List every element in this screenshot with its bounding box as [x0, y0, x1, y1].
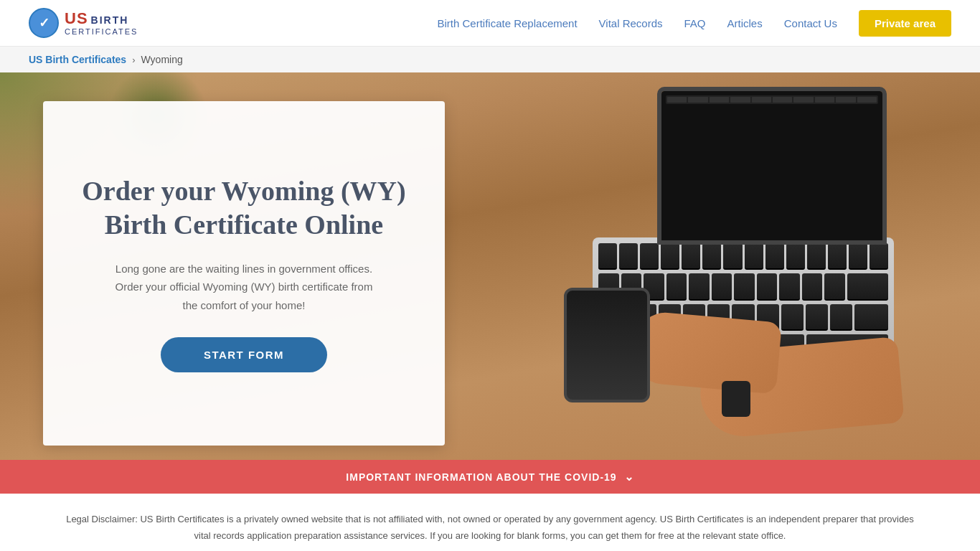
kb-key — [830, 304, 852, 331]
nav-birth-certificate[interactable]: Birth Certificate Replacement — [437, 17, 577, 29]
laptop-key — [688, 97, 707, 103]
laptop-key — [730, 97, 750, 103]
kb-key — [712, 273, 732, 300]
nav-faq[interactable]: FAQ — [684, 17, 706, 29]
kb-key — [682, 243, 700, 270]
logo-text-block: US BIRTH Certificates — [65, 10, 138, 36]
kb-key — [702, 243, 721, 270]
kb-key — [661, 243, 679, 270]
laptop-key — [815, 97, 834, 103]
hero-subtitle: Long gone are the waiting lines in gover… — [115, 260, 373, 315]
kb-key — [734, 273, 755, 300]
covid-chevron-icon: ⌄ — [624, 470, 634, 484]
hero-section: Order your Wyoming (WY) Birth Certificat… — [0, 72, 980, 460]
laptop-key — [667, 97, 687, 103]
laptop-key — [752, 97, 771, 103]
kb-key — [689, 273, 710, 300]
laptop-screen-visual — [657, 87, 887, 245]
nav-articles[interactable]: Articles — [727, 17, 763, 29]
watch-visual — [722, 381, 750, 417]
kb-key — [765, 243, 784, 270]
kb-key — [870, 243, 888, 270]
site-logo[interactable]: ✓ US BIRTH Certificates — [29, 8, 138, 38]
kb-key — [757, 273, 778, 300]
covid-banner-text: IMPORTANT INFORMATION ABOUT THE COVID-19 — [346, 471, 616, 483]
hero-title: Order your Wyoming (WY) Birth Certificat… — [79, 174, 409, 242]
kb-key — [723, 243, 742, 270]
kb-key — [666, 273, 687, 300]
logo-birth-text: BIRTH — [91, 15, 129, 26]
kb-key — [849, 243, 867, 270]
nav-vital-records[interactable]: Vital Records — [599, 17, 663, 29]
breadcrumb-home-link[interactable]: US Birth Certificates — [29, 54, 126, 65]
kb-key — [640, 243, 659, 270]
breadcrumb: US Birth Certificates › Wyoming — [0, 47, 980, 72]
laptop-key — [773, 97, 792, 103]
legal-disclaimer: Legal Disclaimer: US Birth Certificates … — [0, 494, 980, 551]
start-form-button[interactable]: START FORM — [161, 337, 327, 372]
left-hand-visual — [633, 310, 782, 394]
laptop-key — [836, 97, 855, 103]
kb-key — [786, 243, 805, 270]
kb-key — [598, 243, 617, 270]
nav-contact[interactable]: Contact Us — [784, 17, 837, 29]
hero-content-card: Order your Wyoming (WY) Birth Certificat… — [43, 101, 445, 446]
kb-key — [802, 273, 823, 300]
tablet-visual — [564, 288, 650, 402]
logo-us-text: US — [65, 10, 88, 27]
breadcrumb-separator: › — [132, 55, 135, 65]
kb-key — [847, 273, 888, 300]
breadcrumb-current-page: Wyoming — [141, 54, 183, 65]
kb-row-1 — [598, 243, 888, 270]
kb-key — [781, 304, 804, 331]
kb-key — [745, 243, 763, 270]
kb-key — [779, 273, 800, 300]
kb-key — [854, 304, 888, 331]
laptop-row — [666, 95, 878, 104]
kb-key — [619, 243, 638, 270]
laptop-key — [857, 97, 877, 103]
kb-key — [828, 243, 847, 270]
disclaimer-text: Legal Disclaimer: US Birth Certificates … — [57, 511, 923, 545]
covid-banner[interactable]: IMPORTANT INFORMATION ABOUT THE COVID-19… — [0, 460, 980, 494]
laptop-screen-inner — [661, 91, 882, 240]
logo-badge-icon: ✓ — [29, 8, 59, 38]
main-nav: Birth Certificate Replacement Vital Reco… — [437, 10, 951, 37]
kb-key — [806, 304, 828, 331]
kb-key — [824, 273, 845, 300]
kb-key — [807, 243, 826, 270]
logo-certs-text: Certificates — [65, 27, 138, 36]
laptop-key — [793, 97, 813, 103]
laptop-key — [710, 97, 729, 103]
site-header: ✓ US BIRTH Certificates Birth Certificat… — [0, 0, 980, 47]
private-area-button[interactable]: Private area — [859, 10, 951, 37]
